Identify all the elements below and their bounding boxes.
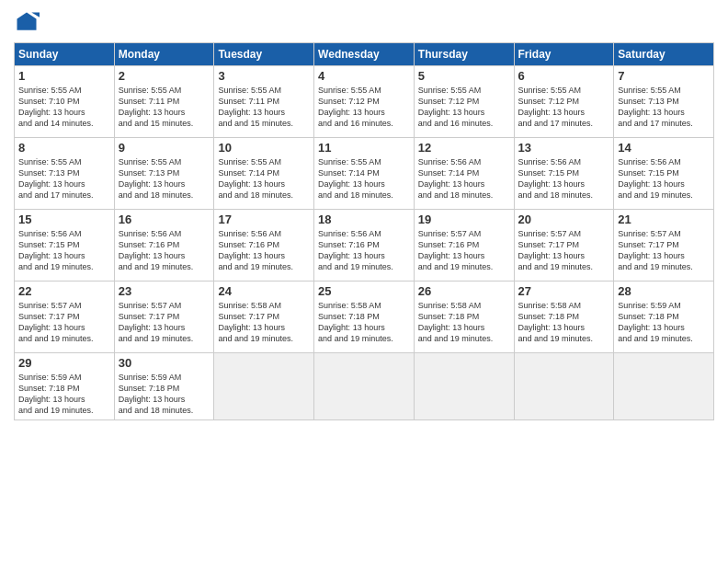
calendar-cell: 11Sunrise: 5:55 AMSunset: 7:14 PMDayligh… [314, 138, 415, 210]
calendar-cell: 18Sunrise: 5:56 AMSunset: 7:16 PMDayligh… [314, 210, 415, 282]
sunset-text: Sunset: 7:12 PM [318, 96, 410, 107]
sunrise-text: Sunrise: 5:55 AM [418, 85, 510, 96]
calendar-cell: 5Sunrise: 5:55 AMSunset: 7:12 PMDaylight… [414, 66, 514, 138]
day-number: 29 [18, 356, 110, 370]
calendar-cell: 3Sunrise: 5:55 AMSunset: 7:11 PMDaylight… [214, 66, 314, 138]
daylight-text-cont: and and 19 minutes. [119, 261, 210, 272]
calendar-cell: 24Sunrise: 5:58 AMSunset: 7:17 PMDayligh… [214, 282, 314, 353]
day-number: 27 [518, 284, 610, 298]
daylight-text: Daylight: 13 hours [218, 178, 310, 190]
day-number: 2 [119, 69, 210, 83]
calendar-week-2: 8Sunrise: 5:55 AMSunset: 7:13 PMDaylight… [15, 138, 714, 210]
sunset-text: Sunset: 7:18 PM [318, 311, 410, 322]
day-info: Sunrise: 5:56 AMSunset: 7:15 PMDaylight:… [18, 228, 110, 273]
sunrise-text: Sunrise: 5:55 AM [518, 85, 610, 96]
calendar-cell: 27Sunrise: 5:58 AMSunset: 7:18 PMDayligh… [514, 282, 614, 353]
daylight-text: Daylight: 13 hours [119, 250, 210, 261]
weekday-header-monday: Monday [114, 43, 214, 66]
calendar-cell: 25Sunrise: 5:58 AMSunset: 7:18 PMDayligh… [314, 282, 415, 353]
sunset-text: Sunset: 7:17 PM [518, 239, 610, 250]
sunset-text: Sunset: 7:12 PM [418, 96, 510, 107]
daylight-text: Daylight: 13 hours [218, 322, 310, 333]
daylight-text-cont: and and 18 minutes. [318, 190, 410, 201]
calendar-cell: 29Sunrise: 5:59 AMSunset: 7:18 PMDayligh… [15, 353, 115, 420]
daylight-text: Daylight: 13 hours [119, 107, 210, 118]
day-info: Sunrise: 5:57 AMSunset: 7:17 PMDaylight:… [518, 228, 610, 273]
sunrise-text: Sunrise: 5:57 AM [518, 228, 610, 239]
day-number: 9 [119, 141, 210, 155]
calendar-cell: 14Sunrise: 5:56 AMSunset: 7:15 PMDayligh… [614, 138, 714, 210]
calendar-cell: 10Sunrise: 5:55 AMSunset: 7:14 PMDayligh… [214, 138, 314, 210]
svg-marker-0 [17, 13, 37, 30]
sunset-text: Sunset: 7:18 PM [518, 311, 610, 322]
sunrise-text: Sunrise: 5:58 AM [318, 300, 410, 311]
calendar-cell: 7Sunrise: 5:55 AMSunset: 7:13 PMDaylight… [614, 66, 714, 138]
day-number: 5 [418, 69, 510, 83]
day-info: Sunrise: 5:58 AMSunset: 7:17 PMDaylight:… [218, 300, 310, 345]
calendar-body: 1Sunrise: 5:55 AMSunset: 7:10 PMDaylight… [15, 66, 714, 420]
day-info: Sunrise: 5:56 AMSunset: 7:15 PMDaylight:… [518, 156, 610, 201]
daylight-text: Daylight: 13 hours [18, 107, 110, 118]
header [14, 9, 714, 35]
daylight-text: Daylight: 13 hours [618, 178, 710, 190]
sunset-text: Sunset: 7:18 PM [618, 311, 710, 322]
daylight-text: Daylight: 13 hours [618, 107, 710, 118]
page: SundayMondayTuesdayWednesdayThursdayFrid… [0, 0, 728, 563]
sunset-text: Sunset: 7:13 PM [618, 96, 710, 107]
day-number: 18 [318, 213, 410, 226]
daylight-text: Daylight: 13 hours [318, 107, 410, 118]
day-info: Sunrise: 5:55 AMSunset: 7:14 PMDaylight:… [318, 156, 410, 201]
sunrise-text: Sunrise: 5:56 AM [518, 156, 610, 167]
day-number: 21 [618, 213, 710, 226]
daylight-text: Daylight: 13 hours [119, 322, 210, 333]
day-number: 10 [218, 141, 310, 155]
weekday-row: SundayMondayTuesdayWednesdayThursdayFrid… [15, 43, 714, 66]
sunset-text: Sunset: 7:14 PM [218, 167, 310, 178]
day-info: Sunrise: 5:57 AMSunset: 7:16 PMDaylight:… [418, 228, 510, 273]
sunset-text: Sunset: 7:15 PM [618, 167, 710, 178]
daylight-text-cont: and and 14 minutes. [18, 118, 110, 129]
day-number: 14 [618, 141, 710, 155]
day-info: Sunrise: 5:57 AMSunset: 7:17 PMDaylight:… [119, 300, 210, 345]
daylight-text: Daylight: 13 hours [18, 322, 110, 333]
daylight-text: Daylight: 13 hours [318, 250, 410, 261]
daylight-text-cont: and and 19 minutes. [18, 405, 110, 416]
daylight-text-cont: and and 18 minutes. [119, 405, 210, 416]
sunrise-text: Sunrise: 5:56 AM [218, 228, 310, 239]
daylight-text-cont: and and 15 minutes. [218, 118, 310, 129]
day-info: Sunrise: 5:55 AMSunset: 7:11 PMDaylight:… [218, 85, 310, 130]
day-info: Sunrise: 5:56 AMSunset: 7:16 PMDaylight:… [119, 228, 210, 273]
daylight-text-cont: and and 16 minutes. [418, 118, 510, 129]
daylight-text: Daylight: 13 hours [618, 250, 710, 261]
day-info: Sunrise: 5:57 AMSunset: 7:17 PMDaylight:… [618, 228, 710, 273]
day-info: Sunrise: 5:58 AMSunset: 7:18 PMDaylight:… [518, 300, 610, 345]
sunset-text: Sunset: 7:13 PM [119, 167, 210, 178]
weekday-header-wednesday: Wednesday [314, 43, 415, 66]
day-info: Sunrise: 5:58 AMSunset: 7:18 PMDaylight:… [318, 300, 410, 345]
sunset-text: Sunset: 7:18 PM [18, 383, 110, 394]
sunset-text: Sunset: 7:14 PM [418, 167, 510, 178]
daylight-text: Daylight: 13 hours [418, 250, 510, 261]
day-number: 11 [318, 141, 410, 155]
sunrise-text: Sunrise: 5:56 AM [418, 156, 510, 167]
weekday-header-friday: Friday [514, 43, 614, 66]
sunrise-text: Sunrise: 5:57 AM [418, 228, 510, 239]
daylight-text: Daylight: 13 hours [518, 107, 610, 118]
day-info: Sunrise: 5:56 AMSunset: 7:16 PMDaylight:… [318, 228, 410, 273]
daylight-text-cont: and and 19 minutes. [418, 333, 510, 344]
calendar-cell [414, 353, 514, 420]
daylight-text: Daylight: 13 hours [119, 178, 210, 190]
day-info: Sunrise: 5:56 AMSunset: 7:16 PMDaylight:… [218, 228, 310, 273]
day-info: Sunrise: 5:59 AMSunset: 7:18 PMDaylight:… [618, 300, 710, 345]
day-info: Sunrise: 5:55 AMSunset: 7:13 PMDaylight:… [18, 156, 110, 201]
daylight-text-cont: and and 19 minutes. [18, 261, 110, 272]
sunset-text: Sunset: 7:18 PM [418, 311, 510, 322]
calendar-cell: 12Sunrise: 5:56 AMSunset: 7:14 PMDayligh… [414, 138, 514, 210]
daylight-text: Daylight: 13 hours [518, 250, 610, 261]
day-info: Sunrise: 5:56 AMSunset: 7:15 PMDaylight:… [618, 156, 710, 201]
daylight-text: Daylight: 13 hours [418, 107, 510, 118]
calendar-cell: 2Sunrise: 5:55 AMSunset: 7:11 PMDaylight… [114, 66, 214, 138]
day-number: 6 [518, 69, 610, 83]
day-info: Sunrise: 5:55 AMSunset: 7:12 PMDaylight:… [318, 85, 410, 130]
sunrise-text: Sunrise: 5:59 AM [119, 372, 210, 383]
